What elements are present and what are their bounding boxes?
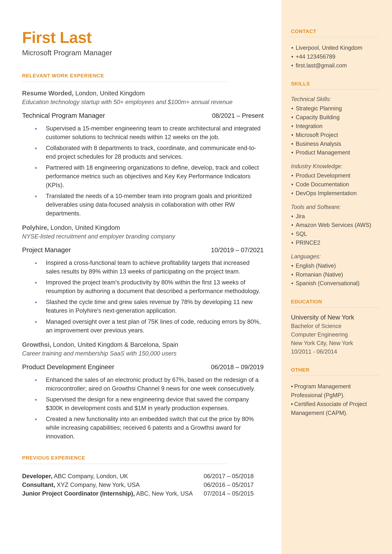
- skill-item: Spanish (Conversational): [291, 279, 379, 288]
- skills-group-list: Product DevelopmentCode DocumentationDev…: [291, 171, 379, 197]
- candidate-name: First Last: [22, 28, 266, 47]
- job-bullet: Translated the needs of a 10-member team…: [22, 192, 264, 218]
- education-school: University of New York: [291, 314, 379, 321]
- previous-row: Developer, ABC Company, London, UK06/201…: [22, 472, 264, 481]
- previous-title: Junior Project Coordinator (Internship),: [22, 490, 135, 497]
- bullet-icon: •: [291, 383, 293, 390]
- skills-group-list: English (Native)Romanian (Native)Spanish…: [291, 261, 379, 288]
- job-bullet: Slashed the cycle time and grew sales re…: [22, 298, 264, 315]
- contact-heading: CONTACT: [291, 28, 379, 34]
- contact-item: first.last@gmail.com: [291, 61, 379, 70]
- skill-item: SQL: [291, 230, 379, 238]
- skills-group-title: Technical Skills:: [291, 96, 379, 103]
- work-experience-heading: RELEVANT WORK EXPERIENCE: [22, 73, 266, 79]
- skill-item: English (Native): [291, 261, 379, 270]
- employer-line: Resume Worded, London, United Kingdom: [22, 90, 266, 97]
- bullet-icon: •: [291, 401, 293, 407]
- job-bullet: Supervised the design for a new engineer…: [22, 395, 264, 413]
- skill-item: Amazon Web Services (AWS): [291, 221, 379, 230]
- job-bullet: Managed oversight over a test plan of 75…: [22, 317, 264, 335]
- previous-title: Developer,: [22, 473, 52, 479]
- previous-experience-heading: PREVIOUS EXPERIENCE: [22, 455, 266, 461]
- other-item: •Certified Associate of Project Manageme…: [291, 400, 379, 417]
- skill-item: Microsoft Project: [291, 131, 379, 140]
- skill-item: Strategic Planning: [291, 104, 379, 113]
- skills-group-title: Languages:: [291, 253, 379, 260]
- employer-name: Growthsi,: [22, 341, 51, 348]
- skill-item: Integration: [291, 122, 379, 131]
- role-row: Technical Program Manager08/2021 – Prese…: [22, 112, 264, 119]
- skills-group-list: JiraAmazon Web Services (AWS)SQLPRINCE2: [291, 212, 379, 247]
- other-item: •Program Management Professional (PgMP).: [291, 382, 379, 400]
- job-bullet: Collaborated with 8 departments to track…: [22, 144, 264, 161]
- divider: [291, 37, 379, 37]
- skill-item: Romanian (Native): [291, 270, 379, 279]
- previous-left: Developer, ABC Company, London, UK: [22, 473, 204, 480]
- contact-item: +44 123456789: [291, 52, 379, 61]
- job-bullets: Inspired a cross-functional team to achi…: [22, 259, 264, 335]
- other-container: •Program Management Professional (PgMP).…: [291, 382, 379, 417]
- previous-dates: 06/2016 – 05/2017: [204, 482, 264, 488]
- skill-item: Product Management: [291, 148, 379, 157]
- skills-group-title: Industry Knowledge:: [291, 163, 379, 170]
- other-heading: OTHER: [291, 367, 379, 373]
- role-row: Product Development Engineer06/2018 – 09…: [22, 363, 264, 371]
- skill-item: PRINCE2: [291, 238, 379, 247]
- previous-dates: 07/2014 – 05/2015: [204, 490, 264, 497]
- education-dates: 10/2011 - 06/2014: [291, 347, 379, 356]
- job-role: Technical Program Manager: [22, 112, 105, 119]
- employer-description: NYSE-listed recruitment and employer bra…: [22, 233, 266, 240]
- job-entry: Growthsi, London, United Kingdom & Barce…: [22, 341, 266, 441]
- employer-location: London, United Kingdom: [74, 90, 145, 97]
- education-heading: EDUCATION: [291, 299, 379, 305]
- job-bullets: Supervised a 15-member engineering team …: [22, 124, 264, 218]
- employer-line: Polyhire, London, United Kingdom: [22, 224, 266, 231]
- employer-name: Resume Worded,: [22, 90, 74, 97]
- previous-rest: XYZ Company, New York, USA: [55, 482, 140, 488]
- job-role: Project Manager: [22, 246, 71, 254]
- job-role: Product Development Engineer: [22, 363, 114, 371]
- education-location: New York City, New York: [291, 339, 379, 347]
- previous-left: Junior Project Coordinator (Internship),…: [22, 490, 204, 497]
- candidate-title: Microsoft Program Manager: [22, 49, 266, 57]
- job-bullet: Enhanced the sales of an electronic prod…: [22, 376, 264, 393]
- job-dates: 06/2018 – 09/2019: [211, 364, 264, 371]
- sidebar: CONTACT Liverpool, United Kingdom+44 123…: [281, 0, 392, 554]
- job-bullet: Supervised a 15-member engineering team …: [22, 124, 264, 141]
- job-dates: 08/2021 – Present: [212, 112, 264, 119]
- job-dates: 10/2019 – 07/2021: [211, 246, 264, 254]
- divider: [291, 375, 379, 376]
- skill-item: Capacity Building: [291, 113, 379, 122]
- divider: [22, 82, 227, 82]
- previous-title: Consultant,: [22, 482, 55, 488]
- employer-line: Growthsi, London, United Kingdom & Barce…: [22, 341, 266, 348]
- employer-name: Polyhire,: [22, 224, 49, 231]
- skills-group-list: Strategic PlanningCapacity BuildingInteg…: [291, 104, 379, 157]
- divider: [291, 89, 379, 90]
- skills-heading: SKILLS: [291, 81, 379, 87]
- previous-jobs-table: Developer, ABC Company, London, UK06/201…: [22, 472, 264, 498]
- previous-rest: ABC Company, London, UK: [52, 473, 128, 479]
- other-text: Program Management Professional (PgMP).: [291, 383, 351, 399]
- skill-item: Jira: [291, 212, 379, 221]
- job-bullet: Improved the project team's productivity…: [22, 278, 264, 295]
- other-text: Certified Associate of Project Managemen…: [291, 401, 367, 416]
- previous-left: Consultant, XYZ Company, New York, USA: [22, 482, 204, 488]
- employer-location: London, United Kingdom & Barcelona, Spai…: [51, 341, 178, 348]
- skill-item: Code Documentation: [291, 180, 379, 189]
- employer-description: Career training and membership SaaS with…: [22, 350, 266, 357]
- job-bullet: Created a new functionality into an embe…: [22, 415, 264, 441]
- previous-dates: 06/2017 – 05/2018: [204, 473, 264, 480]
- job-bullets: Enhanced the sales of an electronic prod…: [22, 376, 264, 441]
- employer-location: London, United Kingdom: [49, 224, 120, 231]
- job-entry: Resume Worded, London, United KingdomEdu…: [22, 90, 266, 218]
- contact-item: Liverpool, United Kingdom: [291, 43, 379, 52]
- role-row: Project Manager10/2019 – 07/2021: [22, 246, 264, 254]
- main-column: First Last Microsoft Program Manager REL…: [0, 0, 281, 554]
- previous-row: Consultant, XYZ Company, New York, USA06…: [22, 481, 264, 489]
- skill-item: Business Analysis: [291, 140, 379, 148]
- resume-page: First Last Microsoft Program Manager REL…: [0, 0, 392, 554]
- employer-description: Education technology startup with 50+ em…: [22, 99, 266, 105]
- skills-container: Technical Skills:Strategic PlanningCapac…: [291, 96, 379, 288]
- skill-item: DevOps Implementation: [291, 189, 379, 198]
